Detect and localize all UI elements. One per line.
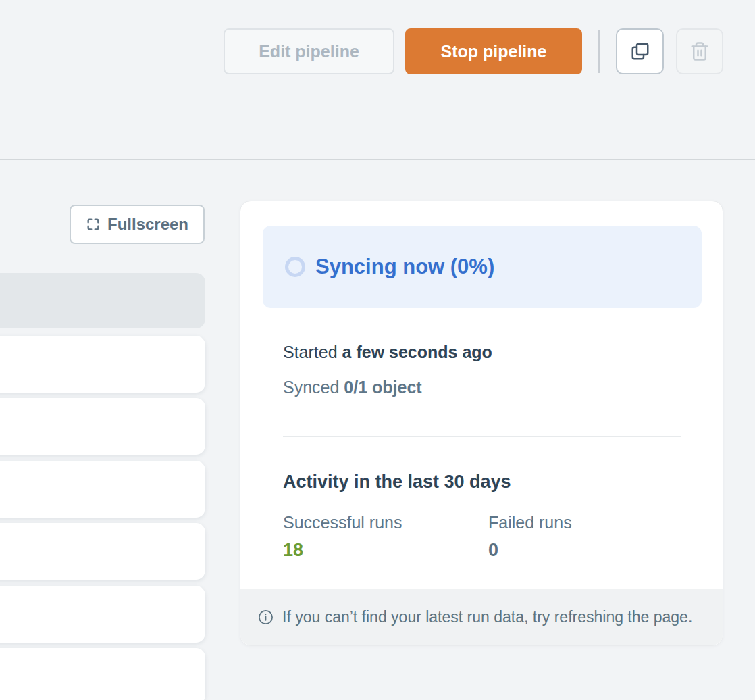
started-label: Started (283, 343, 338, 361)
run-synced-text: Synced 0/1 object (283, 378, 422, 397)
copy-icon (630, 41, 650, 61)
header-vertical-divider (598, 30, 600, 73)
trash-icon (689, 41, 710, 61)
sync-status-label: Syncing now (0%) (315, 255, 494, 279)
card-footer: If you can’t find your latest run data, … (240, 589, 723, 645)
fullscreen-button[interactable]: Fullscreen (70, 205, 205, 244)
list-item[interactable] (0, 461, 205, 518)
sync-progress-ring-icon (285, 257, 305, 277)
started-value: a few seconds ago (342, 343, 492, 361)
successful-runs-value: 18 (283, 540, 303, 561)
list-item[interactable] (0, 273, 205, 328)
delete-pipeline-button[interactable] (676, 28, 723, 74)
sync-status-banner: Syncing now (0%) (263, 226, 702, 308)
section-divider (0, 159, 755, 160)
activity-heading: Activity in the last 30 days (283, 472, 511, 493)
info-icon (258, 609, 274, 625)
list-item[interactable] (0, 523, 205, 580)
fullscreen-icon (86, 217, 101, 232)
footer-note: If you can’t find your latest run data, … (282, 608, 692, 626)
list-item[interactable] (0, 336, 205, 393)
failed-runs-value: 0 (488, 540, 498, 561)
edit-pipeline-button[interactable]: Edit pipeline (224, 28, 394, 74)
failed-runs-label: Failed runs (488, 513, 572, 532)
list-item[interactable] (0, 648, 205, 700)
run-status-card: Syncing now (0%) Started a few seconds a… (240, 201, 723, 646)
list-item[interactable] (0, 586, 205, 643)
fullscreen-label: Fullscreen (107, 215, 188, 234)
card-divider (283, 436, 681, 437)
stop-pipeline-button[interactable]: Stop pipeline (405, 28, 582, 74)
synced-label: Synced (283, 378, 339, 397)
run-started-text: Started a few seconds ago (283, 343, 492, 362)
synced-value: 0/1 object (344, 378, 421, 397)
copy-pipeline-button[interactable] (616, 28, 664, 74)
successful-runs-label: Successful runs (283, 513, 402, 532)
list-item[interactable] (0, 398, 205, 455)
